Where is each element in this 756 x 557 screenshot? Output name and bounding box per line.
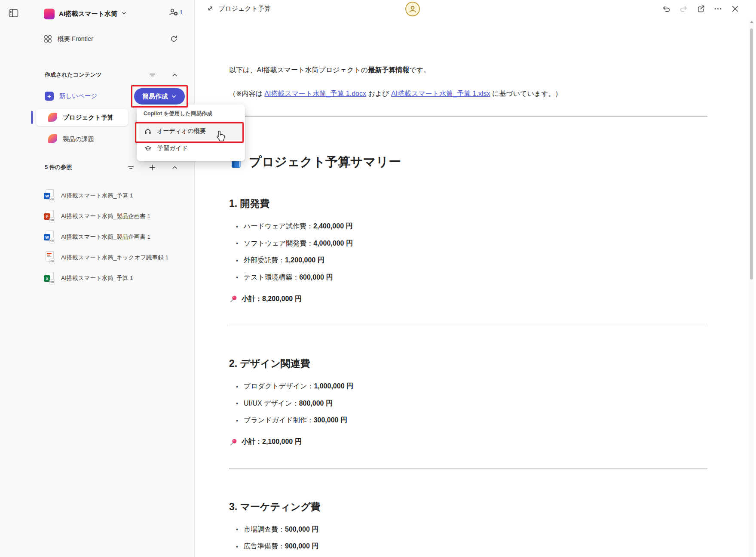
quick-create-button[interactable]: 簡易作成 [134,88,185,105]
collapse-created-chevron-up-icon[interactable] [169,70,180,80]
pushpin-icon [229,438,238,446]
colon: ： [292,273,299,282]
quick-create-label: 簡易作成 [142,92,168,101]
reference-item-word[interactable]: WAI搭載スマート水筒_予算 1 [44,185,190,206]
bullet-dot: • [229,543,244,550]
close-icon[interactable] [728,2,741,15]
meeting-notes-file-icon [44,251,57,264]
budget-item: •ハードウェア試作費：2,400,000 円 [229,218,707,235]
colon: ： [278,525,285,534]
add-reference-plus-icon[interactable] [147,162,157,172]
collapse-page-icon[interactable] [205,5,214,13]
menu-item-audio-overview[interactable]: オーディオの概要 [139,123,243,140]
budget-item-list: •ハードウェア試作費：2,400,000 円•ソフトウェア開発費：4,000,0… [229,218,707,286]
new-page-label: 新しいページ [59,92,97,100]
document-title: プロジェクト予算サマリー [229,153,707,171]
colon: ： [306,239,313,248]
more-options-icon[interactable] [711,2,724,15]
scrollbar-up-arrow[interactable] [750,21,753,23]
sidebar-page-item[interactable]: プロジェクト予算 [31,109,129,126]
colon: ： [306,222,313,231]
budget-item-amount: 1,200,000 円 [285,256,324,265]
member-count: 1 [180,9,183,15]
scrollbar-thumb[interactable] [750,28,753,280]
reference-item-excel[interactable]: XAI搭載スマート水筒_予算 1 [44,268,190,289]
budget-item-amount: 2,400,000 円 [313,222,353,231]
filter-icon[interactable] [147,70,157,80]
pane-toggle-icon[interactable] [8,7,19,18]
bullet-dot: • [229,240,244,247]
link-icon [50,239,54,243]
colon: ： [292,399,299,408]
budget-item: •広告準備費：900,000 円 [229,538,707,555]
workspace-header[interactable]: AI搭載スマート水筒 [44,6,127,22]
menu-header: Copilot を使用した簡易作成 [144,110,212,117]
sidebar-page-item[interactable]: 製品の課題 [31,130,129,148]
graduation-cap-icon [144,145,152,153]
divider [229,325,707,325]
members-button[interactable]: 1 [168,8,183,16]
reference-list: WAI搭載スマート水筒_予算 1PAI搭載スマート水筒_製品企画書 1WAI搭載… [44,185,190,289]
bullet-dot: • [229,417,244,424]
reference-label: AI搭載スマート水筒_予算 1 [61,192,133,200]
selected-accent-bar [31,111,33,124]
collapse-references-chevron-up-icon[interactable] [169,162,180,172]
xlsx-link[interactable]: AI搭載スマート水筒_予算 1.xlsx [391,90,490,97]
colon: ： [307,382,314,391]
subtotal-label: 小計 [242,295,255,302]
budget-item: •テスト環境構築：600,000 円 [229,269,707,286]
budget-item-amount: 300,000 円 [314,416,347,425]
reference-item-word[interactable]: WAI搭載スマート水筒_製品企画書 1 [44,227,190,247]
filter-icon[interactable] [125,162,136,172]
references-title: 5 件の参照 [45,163,72,171]
budget-item-list: •プロダクトデザイン：1,000,000 円•UI/UX デザイン：800,00… [229,378,707,429]
budget-item-amount: 4,000,000 円 [313,239,353,248]
word-file-icon: W [44,189,57,202]
subtotal-line: 小計：8,200,000 円 [229,293,707,305]
link-icon [50,218,54,222]
subtotal-line: 小計：2,100,000 円 [229,436,707,448]
intro-paragraph: 以下は、AI搭載スマート水筒プロジェクトの最新予算情報です。 [229,65,707,75]
subtotal-amount: 2,100,000 円 [262,438,302,445]
colon: ： [255,438,262,445]
word-file-icon: W [44,231,57,243]
headphones-icon [144,127,152,135]
people-add-icon [168,8,178,16]
link-icon [50,197,54,201]
new-page-button[interactable]: + 新しいページ [45,87,97,105]
plus-icon: + [45,92,54,101]
reference-item-meeting-notes[interactable]: AI搭載スマート水筒_キックオフ議事録 1 [44,247,190,268]
budget-item-label: UI/UX デザイン [244,399,292,408]
pushpin-icon [229,295,238,303]
budget-item: •外部委託費：1,200,000 円 [229,252,707,269]
overview-label: 概要 Frontier [58,35,93,43]
section-heading: 2. デザイン関連費 [229,357,707,370]
budget-item: •ブランドガイド制作：300,000 円 [229,412,707,429]
bullet-dot: • [229,223,244,230]
workspace-icon [44,9,55,19]
reference-item-powerpoint[interactable]: PAI搭載スマート水筒_製品企画書 1 [44,206,190,227]
budget-item-list: •市場調査費：500,000 円•広告準備費：900,000 円 [229,521,707,555]
budget-item-amount: 500,000 円 [285,525,318,534]
budget-item-label: ソフトウェア開発費 [244,239,306,248]
document-body: 以下は、AI搭載スマート水筒プロジェクトの最新予算情報です。 （※内容は AI搭… [229,0,707,555]
bullet-dot: • [229,400,244,407]
grid-icon [44,35,52,43]
reference-label: AI搭載スマート水筒_予算 1 [61,274,133,282]
budget-item-amount: 1,000,000 円 [314,382,353,391]
note-paragraph: （※内容は AI搭載スマート水筒_予算 1.docx および AI搭載スマート水… [229,89,707,99]
budget-item-amount: 800,000 円 [299,399,333,408]
sidebar-item-overview[interactable]: 概要 Frontier [44,33,93,45]
bullet-dot: • [229,526,244,533]
budget-item: •ソフトウェア開発費：4,000,000 円 [229,235,707,252]
docx-link[interactable]: AI搭載スマート水筒_予算 1.docx [264,90,366,97]
reference-label: AI搭載スマート水筒_キックオフ議事録 1 [61,254,168,262]
menu-item-study-guide[interactable]: 学習ガイド [139,140,243,157]
refresh-icon[interactable] [168,34,179,44]
budget-item-label: 外部委託費 [244,256,278,265]
chevron-down-icon[interactable] [121,10,127,18]
excel-file-icon: X [44,272,57,285]
budget-item-label: テスト環境構築 [244,273,292,282]
divider [229,117,707,117]
colon: ： [307,416,314,425]
